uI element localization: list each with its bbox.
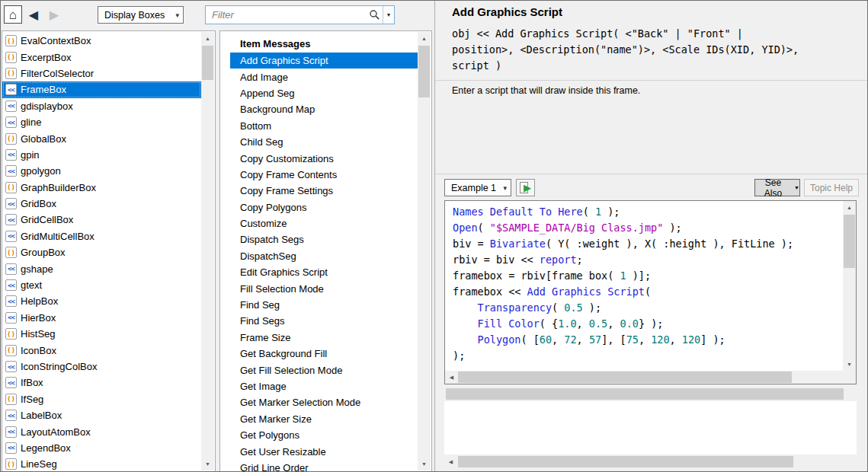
message-item[interactable]: Fill Selection Mode xyxy=(230,280,418,296)
message-item[interactable]: Copy Frame Settings xyxy=(230,183,418,199)
display-box-item[interactable]: <<gpin xyxy=(2,147,201,163)
display-box-item[interactable]: <<gtext xyxy=(2,277,201,293)
item-messages-scrollbar[interactable]: ▲ ▼ xyxy=(418,32,431,470)
message-item[interactable]: Get Marker Selection Mode xyxy=(230,394,418,410)
display-box-item[interactable]: ()LineSeg xyxy=(2,456,201,471)
function-icon: () xyxy=(5,458,17,470)
display-box-label: gshape xyxy=(21,263,53,275)
code-horizontal-scrollbar[interactable]: ◀ ▶ xyxy=(445,371,843,384)
display-box-item[interactable]: <<gline xyxy=(2,114,201,130)
scroll-up-icon[interactable]: ▲ xyxy=(843,201,856,214)
display-box-item[interactable]: <<HelpBox xyxy=(2,293,201,309)
display-box-item[interactable]: <<IfBox xyxy=(2,375,201,391)
scrollbar-thumb[interactable] xyxy=(446,388,844,400)
display-box-item[interactable]: ()IconBox xyxy=(2,342,201,358)
display-box-item[interactable]: ()EvalContextBox xyxy=(2,33,201,49)
display-box-item[interactable]: ()IfSeg xyxy=(2,391,201,407)
display-box-label: LineSeg xyxy=(21,458,57,470)
code-line: Open( "$SAMPLE_DATA/Big Class.jmp" ); xyxy=(453,220,843,236)
object-icon: << xyxy=(5,214,17,225)
message-item[interactable]: Get Fill Selection Mode xyxy=(230,362,418,378)
category-dropdown[interactable]: Display Boxes ▾ xyxy=(98,6,184,24)
output-scrollbar-bottom[interactable]: ◀ ▶ xyxy=(444,455,857,468)
display-box-item[interactable]: <<LabelBox xyxy=(2,407,201,423)
message-item[interactable]: Copy Customizations xyxy=(230,150,418,166)
see-also-button[interactable]: See Also ▼ xyxy=(754,179,800,196)
message-item[interactable]: Get User Resizable xyxy=(230,443,418,459)
message-item[interactable]: Grid Line Order xyxy=(230,460,418,471)
display-box-item[interactable]: <<LegendBox xyxy=(2,440,201,456)
message-item[interactable]: Background Map xyxy=(230,101,418,117)
display-box-item[interactable]: <<GridMultiCellBox xyxy=(2,228,201,244)
message-item[interactable]: Child Seg xyxy=(230,134,418,150)
display-box-item[interactable]: ()GlobalBox xyxy=(2,130,201,146)
display-box-item[interactable]: <<FrameBox xyxy=(2,81,201,97)
display-box-item[interactable]: <<IconStringColBox xyxy=(2,359,201,375)
example-code[interactable]: Names Default To Here( 1 );Open( "$SAMPL… xyxy=(445,201,843,371)
display-box-label: LabelBox xyxy=(21,410,62,421)
scroll-left-icon[interactable]: ◀ xyxy=(445,371,458,384)
display-box-scrollbar[interactable]: ▲ ▼ xyxy=(201,32,214,470)
message-item[interactable]: Customize xyxy=(230,215,418,231)
forward-button[interactable]: ▶ xyxy=(45,5,63,24)
home-button[interactable]: ⌂ xyxy=(4,5,22,24)
scrollbar-thumb[interactable] xyxy=(202,46,213,80)
filter-input[interactable] xyxy=(206,6,366,24)
message-item[interactable]: Find Segs xyxy=(230,313,418,329)
display-box-item[interactable]: ()ExcerptBox xyxy=(2,49,201,65)
object-icon: << xyxy=(5,312,17,324)
message-item[interactable]: DispatchSeg xyxy=(230,248,418,264)
code-line: ); xyxy=(453,348,843,364)
filter-dropdown-button[interactable]: ▾ xyxy=(383,6,394,24)
display-box-label: GridBox xyxy=(21,198,56,209)
message-item[interactable]: Copy Frame Contents xyxy=(230,167,418,183)
display-box-item[interactable]: ()GroupBox xyxy=(2,244,201,260)
display-box-item[interactable]: <<gpolygon xyxy=(2,163,201,179)
scrollbar-thumb[interactable] xyxy=(458,456,793,467)
display-box-label: LayoutAtomBox xyxy=(21,426,91,438)
display-box-item[interactable]: <<HierBox xyxy=(2,310,201,326)
message-item[interactable]: Add Image xyxy=(230,69,418,85)
scroll-up-icon[interactable]: ▲ xyxy=(418,32,431,45)
message-item[interactable]: Dispatch Segs xyxy=(230,231,418,247)
function-icon: () xyxy=(5,133,17,145)
message-item[interactable]: Copy Polygons xyxy=(230,199,418,215)
message-item[interactable]: Bottom xyxy=(230,118,418,134)
message-item[interactable]: Get Marker Size xyxy=(230,411,418,427)
run-example-button[interactable]: ▶ xyxy=(516,179,535,196)
display-box-item[interactable]: ()FilterColSelector xyxy=(2,65,201,81)
code-line: biv = Bivariate( Y( :weight ), X( :heigh… xyxy=(453,236,843,252)
scroll-up-icon[interactable]: ▲ xyxy=(201,32,214,45)
code-vertical-scrollbar[interactable]: ▲ ▼ xyxy=(843,201,856,371)
message-item[interactable]: Frame Size xyxy=(230,330,418,346)
scroll-down-icon[interactable]: ▼ xyxy=(843,358,856,371)
home-icon: ⌂ xyxy=(9,8,17,21)
message-item[interactable]: Append Seg xyxy=(230,85,418,101)
scroll-down-icon[interactable]: ▼ xyxy=(201,458,214,470)
display-box-item[interactable]: <<gshape xyxy=(2,260,201,276)
scrollbar-thumb[interactable] xyxy=(844,215,855,268)
scrollbar-thumb[interactable] xyxy=(458,372,792,383)
message-item[interactable]: Get Polygons xyxy=(230,427,418,443)
message-item[interactable]: Edit Graphics Script xyxy=(230,264,418,280)
message-item[interactable]: Find Seg xyxy=(230,297,418,313)
scrollbar-thumb[interactable] xyxy=(418,46,430,97)
scroll-left-icon[interactable]: ◀ xyxy=(444,455,457,468)
see-also-label: See Also xyxy=(755,177,791,199)
object-icon: << xyxy=(5,231,17,242)
output-scrollbar-top[interactable] xyxy=(444,387,857,400)
message-item[interactable]: Get Background Fill xyxy=(230,346,418,362)
display-box-item[interactable]: <<LayoutAtomBox xyxy=(2,423,201,439)
message-item[interactable]: Add Graphics Script xyxy=(230,53,418,69)
display-box-item[interactable]: <<gdisplaybox xyxy=(2,98,201,114)
message-item[interactable]: Get Image xyxy=(230,378,418,394)
back-button[interactable]: ◀ xyxy=(24,5,43,24)
display-box-item[interactable]: <<GridCellBox xyxy=(2,212,201,228)
display-box-item[interactable]: ()GraphBuilderBox xyxy=(2,180,201,196)
display-box-item[interactable]: ()HistSeg xyxy=(2,326,201,342)
scroll-down-icon[interactable]: ▼ xyxy=(418,458,431,470)
topic-help-button[interactable]: Topic Help xyxy=(804,179,859,196)
display-box-item[interactable]: <<GridBox xyxy=(2,196,201,212)
chevron-down-icon: ▾ xyxy=(498,184,507,192)
example-dropdown[interactable]: Example 1 ▾ xyxy=(444,179,511,196)
